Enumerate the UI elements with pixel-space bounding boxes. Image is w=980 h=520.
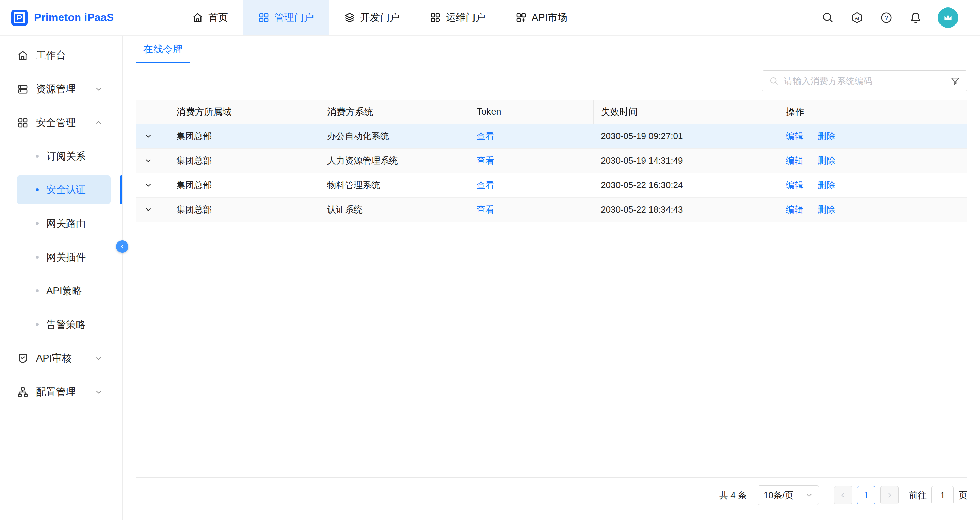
sidebar-subitem-label: 订阅关系 <box>46 150 86 163</box>
sidebar-subitem-alert-policy[interactable]: 告警策略 <box>0 308 122 341</box>
col-actions: 操作 <box>778 100 967 124</box>
cell-expire: 2030-05-22 18:34:43 <box>593 197 778 222</box>
sidebar-subitem-label: 安全认证 <box>46 183 86 197</box>
tab-online-tokens[interactable]: 在线令牌 <box>137 36 189 63</box>
edit-link[interactable]: 编辑 <box>786 155 804 166</box>
chevron-up-icon <box>94 118 103 127</box>
sidebar-item-label: 配置管理 <box>36 385 76 399</box>
sidebar-subitem-subscriptions[interactable]: 订阅关系 <box>0 140 122 173</box>
home-icon <box>192 12 204 24</box>
goto-suffix: 页 <box>959 489 967 501</box>
user-avatar[interactable] <box>938 8 958 28</box>
bullet-icon <box>36 289 39 292</box>
sidebar-item-api-audit[interactable]: API审核 <box>0 341 122 375</box>
page-number: 1 <box>864 490 869 501</box>
help-icon[interactable]: ? <box>879 11 894 25</box>
sidebar: 工作台 资源管理 安全管理 订阅关系 安全认证 <box>0 36 123 520</box>
sidebar-subitem-api-policy[interactable]: API策略 <box>0 274 122 308</box>
sidebar-subitem-label: 网关插件 <box>46 250 86 264</box>
layers-icon <box>344 12 355 24</box>
delete-link[interactable]: 删除 <box>818 205 835 215</box>
page-number-button[interactable]: 1 <box>857 486 875 504</box>
table-row: 集团总部 物料管理系统 查看 2030-05-22 16:30:24 编辑 删除 <box>137 173 967 197</box>
cell-system: 办公自动化系统 <box>320 124 469 148</box>
page-size-value: 10条/页 <box>764 489 794 501</box>
tokens-table: 消费方所属域 消费方系统 Token 失效时间 操作 集团总部 办公自动化系统 … <box>137 100 967 222</box>
toolbar <box>137 70 967 92</box>
prev-page-button[interactable] <box>834 486 852 504</box>
cell-system: 认证系统 <box>320 197 469 222</box>
row-expand-toggle[interactable] <box>137 148 169 173</box>
total-count: 共 4 条 <box>719 489 747 501</box>
goto-page-input[interactable] <box>931 486 954 504</box>
search-input[interactable] <box>784 76 945 86</box>
view-token-link[interactable]: 查看 <box>477 180 494 190</box>
row-expand-toggle[interactable] <box>137 197 169 222</box>
chevron-down-icon <box>94 388 103 396</box>
delete-link[interactable]: 删除 <box>818 131 835 141</box>
nav-item-label: 开发门户 <box>360 11 399 24</box>
grid-icon <box>430 12 441 24</box>
delete-link[interactable]: 删除 <box>818 180 835 190</box>
view-token-link[interactable]: 查看 <box>477 131 494 141</box>
sidebar-item-resources[interactable]: 资源管理 <box>0 72 122 106</box>
filter-icon[interactable] <box>950 76 960 86</box>
delete-link[interactable]: 删除 <box>818 155 835 166</box>
sidebar-subitem-gateway-routes[interactable]: 网关路由 <box>0 207 122 241</box>
nav-item-home[interactable]: 首页 <box>177 0 243 35</box>
cell-expire: 2030-05-22 16:30:24 <box>593 173 778 197</box>
nav-item-label: 首页 <box>208 11 228 24</box>
sidebar-subitem-label: 网关路由 <box>46 217 86 231</box>
sidebar-item-security[interactable]: 安全管理 <box>0 106 122 140</box>
cell-expire: 2030-05-19 14:31:49 <box>593 148 778 173</box>
pagination: 共 4 条 10条/页 1 前往 页 <box>137 477 967 505</box>
edit-link[interactable]: 编辑 <box>786 205 804 215</box>
brand-name: Primeton iPaaS <box>34 11 114 24</box>
bullet-icon <box>36 222 39 225</box>
help-badge-text: ? <box>885 14 888 21</box>
sidebar-item-config[interactable]: 配置管理 <box>0 375 122 409</box>
col-token: Token <box>469 100 593 124</box>
cell-domain: 集团总部 <box>169 173 320 197</box>
bullet-icon <box>36 189 39 192</box>
edit-link[interactable]: 编辑 <box>786 131 804 141</box>
nav-item-label: 管理门户 <box>274 11 314 24</box>
top-navbar: Primeton iPaaS 首页 管理门户 <box>0 0 980 36</box>
bullet-icon <box>36 323 39 326</box>
search-icon <box>769 76 779 86</box>
sidebar-subitem-gateway-plugins[interactable]: 网关插件 <box>0 241 122 274</box>
nav-item-api-market[interactable]: API市场 <box>500 0 582 35</box>
row-expand-toggle[interactable] <box>137 124 169 148</box>
sidebar-item-label: 资源管理 <box>36 82 76 96</box>
main-content: 在线令牌 消费方所属域 消费方系统 <box>123 36 980 520</box>
edit-link[interactable]: 编辑 <box>786 180 804 190</box>
cell-system: 物料管理系统 <box>320 173 469 197</box>
bullet-icon <box>36 155 39 158</box>
next-page-button[interactable] <box>880 486 899 504</box>
grid-icon <box>17 117 29 128</box>
bullet-icon <box>36 256 39 259</box>
cell-domain: 集团总部 <box>169 124 320 148</box>
sidebar-subitem-label: API策略 <box>46 284 82 298</box>
nav-item-dev-portal[interactable]: 开发门户 <box>329 0 415 35</box>
sidebar-item-workbench[interactable]: 工作台 <box>0 38 122 72</box>
goto-label: 前往 <box>909 489 927 501</box>
table-row: 集团总部 认证系统 查看 2030-05-22 18:34:43 编辑 删除 <box>137 197 967 222</box>
view-token-link[interactable]: 查看 <box>477 205 494 215</box>
document-check-icon <box>17 353 29 364</box>
sidebar-collapse-button[interactable] <box>116 241 128 253</box>
chevron-down-icon <box>94 354 103 363</box>
search-icon[interactable] <box>821 11 835 25</box>
primary-nav: 首页 管理门户 开发门户 <box>177 0 582 35</box>
col-expand <box>137 100 169 124</box>
nav-item-ops-portal[interactable]: 运维门户 <box>415 0 500 35</box>
sidebar-subitem-security-auth[interactable]: 安全认证 <box>17 176 111 204</box>
page-size-select[interactable]: 10条/页 <box>758 485 819 505</box>
search-box <box>762 70 967 92</box>
view-token-link[interactable]: 查看 <box>477 155 494 166</box>
brand: Primeton iPaaS <box>0 0 177 35</box>
ai-assistant-icon[interactable]: AI <box>850 11 864 25</box>
notification-bell-icon[interactable] <box>908 11 923 25</box>
row-expand-toggle[interactable] <box>137 173 169 197</box>
nav-item-admin-portal[interactable]: 管理门户 <box>243 0 329 35</box>
